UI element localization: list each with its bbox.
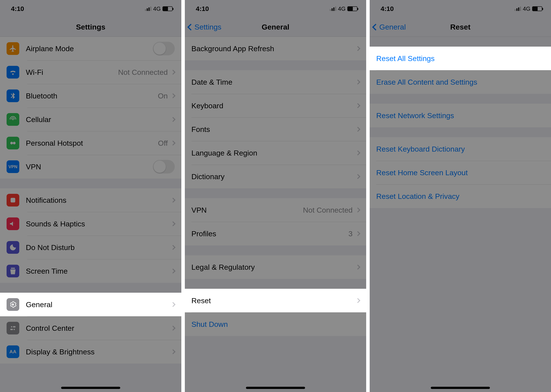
cell-notifications[interactable]: Notifications <box>0 188 181 212</box>
nav-back-label: General <box>379 23 406 31</box>
cell-reset[interactable]: Reset <box>185 289 366 312</box>
cell-general[interactable]: General <box>0 293 181 316</box>
notifications-icon <box>7 194 19 207</box>
nav-back-label: Settings <box>195 23 221 31</box>
cell-label: General <box>26 300 171 309</box>
svg-point-6 <box>14 329 15 330</box>
cell-label: Legal & Regulatory <box>191 263 356 272</box>
cell-reset-home[interactable]: Reset Home Screen Layout <box>370 161 551 184</box>
cell-label: Notifications <box>26 196 171 204</box>
group-spacer <box>185 279 366 289</box>
cell-label: Fonts <box>191 125 356 134</box>
cell-label: Reset Home Screen Layout <box>376 168 544 177</box>
controlcenter-icon <box>7 322 19 335</box>
cell-wifi[interactable]: Wi-Fi Not Connected <box>0 60 181 84</box>
svg-rect-7 <box>10 329 13 330</box>
cell-label: Reset All Settings <box>376 54 544 63</box>
battery-icon <box>347 6 357 11</box>
cell-reset-keyboard[interactable]: Reset Keyboard Dictionary <box>370 137 551 161</box>
chevron-right-icon <box>171 117 176 122</box>
signal-icon <box>515 7 521 11</box>
cell-date-time[interactable]: Date & Time <box>185 70 366 94</box>
chevron-right-icon <box>171 326 176 331</box>
chevron-left-icon <box>372 24 379 30</box>
hotspot-icon <box>7 137 19 149</box>
nav-bar: Settings General <box>185 17 366 37</box>
status-time: 4:10 <box>11 5 24 13</box>
cellular-icon <box>7 113 19 126</box>
cell-vpn[interactable]: VPN VPN <box>0 155 181 179</box>
cell-label: Sounds & Haptics <box>26 220 171 228</box>
cell-airplane-mode[interactable]: Airplane Mode <box>0 37 181 60</box>
svg-point-0 <box>10 142 13 144</box>
chevron-right-icon <box>171 221 176 226</box>
cell-screentime[interactable]: Screen Time <box>0 259 181 283</box>
chevron-right-icon <box>171 198 176 203</box>
cell-bluetooth[interactable]: Bluetooth On <box>0 84 181 108</box>
toggle[interactable] <box>153 42 175 55</box>
cell-label: Display & Brightness <box>26 348 171 356</box>
cell-label: Reset Network Settings <box>376 111 544 120</box>
chevron-right-icon <box>171 93 176 98</box>
cell-erase-all[interactable]: Erase All Content and Settings <box>370 70 551 94</box>
sounds-icon <box>7 217 19 230</box>
cell-reset-location[interactable]: Reset Location & Privacy <box>370 184 551 208</box>
cell-cellular[interactable]: Cellular <box>0 108 181 131</box>
cell-value: 3 <box>348 230 353 238</box>
cell-language-region[interactable]: Language & Region <box>185 141 366 165</box>
bluetooth-icon <box>7 90 19 102</box>
cell-shut-down[interactable]: Shut Down <box>185 312 366 336</box>
group-spacer <box>185 60 366 70</box>
three-screenshots-row: 4:10 4G Settings Airplane Mode Wi-Fi Not… <box>0 0 551 392</box>
nav-back-button[interactable]: Settings <box>188 23 221 31</box>
cell-value: On <box>158 92 168 100</box>
toggle[interactable] <box>153 160 175 174</box>
status-time: 4:10 <box>381 5 394 13</box>
group-spacer <box>185 188 366 198</box>
status-right: 4G <box>515 6 542 12</box>
cell-vpn[interactable]: VPN Not Connected <box>185 198 366 222</box>
cell-label: Bluetooth <box>26 92 158 100</box>
cell-profiles[interactable]: Profiles 3 <box>185 222 366 245</box>
signal-icon <box>330 7 336 11</box>
network-label: 4G <box>338 6 346 12</box>
general-icon <box>7 298 19 311</box>
svg-point-1 <box>13 142 15 144</box>
nav-back-button[interactable]: General <box>373 23 406 31</box>
chevron-right-icon <box>171 245 176 250</box>
group-spacer <box>370 127 551 137</box>
chevron-right-icon <box>355 298 361 303</box>
cell-value: Not Connected <box>118 68 168 77</box>
reset-list[interactable]: Reset All Settings Erase All Content and… <box>370 37 551 392</box>
cell-label: Profiles <box>191 230 348 238</box>
chevron-right-icon <box>171 349 176 354</box>
group-spacer <box>0 283 181 293</box>
status-bar: 4:10 4G <box>0 0 181 17</box>
status-bar: 4:10 4G <box>370 0 551 17</box>
cell-reset-network[interactable]: Reset Network Settings <box>370 104 551 127</box>
cell-hotspot[interactable]: Personal Hotspot Off <box>0 131 181 155</box>
cell-reset-all-settings[interactable]: Reset All Settings <box>370 47 551 70</box>
group-spacer <box>370 94 551 104</box>
cell-control-center[interactable]: Control Center <box>0 316 181 340</box>
nav-title: General <box>262 23 290 31</box>
svg-point-3 <box>12 304 14 306</box>
cell-dictionary[interactable]: Dictionary <box>185 165 366 188</box>
cell-dnd[interactable]: Do Not Disturb <box>0 236 181 259</box>
group-spacer <box>185 245 366 255</box>
cell-background-app-refresh[interactable]: Background App Refresh <box>185 37 366 60</box>
cell-label: Date & Time <box>191 78 356 86</box>
general-list[interactable]: Background App Refresh Date & Time Keybo… <box>185 37 366 392</box>
cell-fonts[interactable]: Fonts <box>185 118 366 141</box>
chevron-right-icon <box>355 80 361 85</box>
cell-display[interactable]: AA Display & Brightness <box>0 340 181 364</box>
chevron-right-icon <box>355 208 361 213</box>
settings-list[interactable]: Airplane Mode Wi-Fi Not Connected Blueto… <box>0 37 181 392</box>
cell-legal[interactable]: Legal & Regulatory <box>185 255 366 279</box>
cell-label: Language & Region <box>191 149 356 157</box>
chevron-right-icon <box>171 70 176 75</box>
cell-keyboard[interactable]: Keyboard <box>185 94 366 118</box>
network-label: 4G <box>523 6 530 12</box>
screentime-icon <box>7 265 19 277</box>
cell-sounds[interactable]: Sounds & Haptics <box>0 212 181 236</box>
